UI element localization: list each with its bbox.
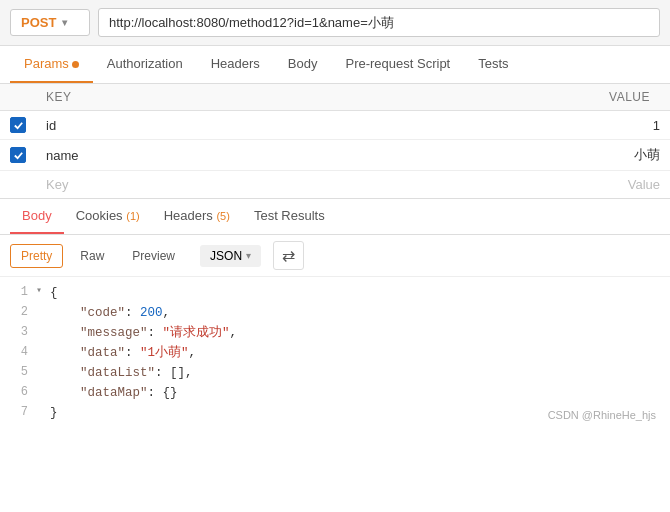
format-bar: Pretty Raw Preview JSON ▾ ⇄: [0, 235, 670, 277]
col-key-header: KEY: [36, 84, 306, 111]
response-tabs: Body Cookies (1) Headers (5) Test Result…: [0, 199, 670, 235]
checkbox-cell[interactable]: [0, 140, 36, 171]
tab-tests[interactable]: Tests: [464, 46, 522, 83]
tab-prerequest[interactable]: Pre-request Script: [331, 46, 464, 83]
param-key-placeholder[interactable]: Key: [36, 171, 306, 199]
tab-authorization[interactable]: Authorization: [93, 46, 197, 83]
table-row: Key Value: [0, 171, 670, 199]
param-key-name[interactable]: name: [36, 140, 306, 171]
line-content: "data": "1小萌",: [50, 343, 196, 363]
collapse-arrow-icon[interactable]: ▾: [36, 283, 48, 299]
code-line: 5 "dataList": [],: [0, 363, 670, 383]
line-number: 1: [0, 283, 36, 302]
fmt-btn-preview[interactable]: Preview: [121, 244, 186, 268]
top-bar: POST ▾: [0, 0, 670, 46]
param-value-id[interactable]: 1: [306, 111, 670, 140]
code-area: 1▾{2 "code": 200,3 "message": "请求成功",4 "…: [0, 277, 670, 429]
line-content: "code": 200,: [50, 303, 170, 323]
line-number: 5: [0, 363, 36, 382]
params-section: KEY VALUE id 1: [0, 84, 670, 199]
code-line: 3 "message": "请求成功",: [0, 323, 670, 343]
tab-resp-test-results[interactable]: Test Results: [242, 199, 337, 234]
line-content: }: [50, 403, 58, 423]
params-dot: [72, 61, 79, 68]
line-content: "message": "请求成功",: [50, 323, 237, 343]
tab-resp-cookies[interactable]: Cookies (1): [64, 199, 152, 234]
tab-body[interactable]: Body: [274, 46, 332, 83]
checkbox-cell-empty: [0, 171, 36, 199]
code-line: 6 "dataMap": {}: [0, 383, 670, 403]
format-type-label: JSON: [210, 249, 242, 263]
headers-badge: (5): [216, 210, 229, 222]
col-checkbox: [0, 84, 36, 111]
line-content: {: [50, 283, 58, 303]
checkbox-cell[interactable]: [0, 111, 36, 140]
checkbox-name[interactable]: [10, 147, 26, 163]
tab-resp-body[interactable]: Body: [10, 199, 64, 234]
code-line: 2 "code": 200,: [0, 303, 670, 323]
line-number: 7: [0, 403, 36, 422]
cookies-badge: (1): [126, 210, 139, 222]
watermark: CSDN @RhineHe_hjs: [548, 409, 656, 421]
col-value-header: VALUE: [306, 84, 670, 111]
url-input[interactable]: [98, 8, 660, 37]
checkbox-id[interactable]: [10, 117, 26, 133]
line-content: "dataMap": {}: [50, 383, 178, 403]
tab-params[interactable]: Params: [10, 46, 93, 83]
request-tabs: Params Authorization Headers Body Pre-re…: [0, 46, 670, 84]
table-row: id 1: [0, 111, 670, 140]
param-key-id[interactable]: id: [36, 111, 306, 140]
chevron-down-icon: ▾: [62, 17, 67, 28]
tab-headers[interactable]: Headers: [197, 46, 274, 83]
param-value-name[interactable]: 小萌: [306, 140, 670, 171]
method-label: POST: [21, 15, 56, 30]
method-dropdown[interactable]: POST ▾: [10, 9, 90, 36]
format-type-dropdown[interactable]: JSON ▾: [200, 245, 261, 267]
table-row: name 小萌: [0, 140, 670, 171]
tab-resp-headers[interactable]: Headers (5): [152, 199, 242, 234]
fmt-btn-raw[interactable]: Raw: [69, 244, 115, 268]
line-content: "dataList": [],: [50, 363, 193, 383]
line-number: 2: [0, 303, 36, 322]
chevron-down-icon: ▾: [246, 250, 251, 261]
param-value-placeholder[interactable]: Value: [306, 171, 670, 199]
code-wrapper: 1▾{2 "code": 200,3 "message": "请求成功",4 "…: [0, 277, 670, 429]
params-table: KEY VALUE id 1: [0, 84, 670, 198]
code-line: 1▾{: [0, 283, 670, 303]
line-number: 6: [0, 383, 36, 402]
line-number: 3: [0, 323, 36, 342]
code-line: 4 "data": "1小萌",: [0, 343, 670, 363]
line-number: 4: [0, 343, 36, 362]
wrap-icon-btn[interactable]: ⇄: [273, 241, 304, 270]
fmt-btn-pretty[interactable]: Pretty: [10, 244, 63, 268]
